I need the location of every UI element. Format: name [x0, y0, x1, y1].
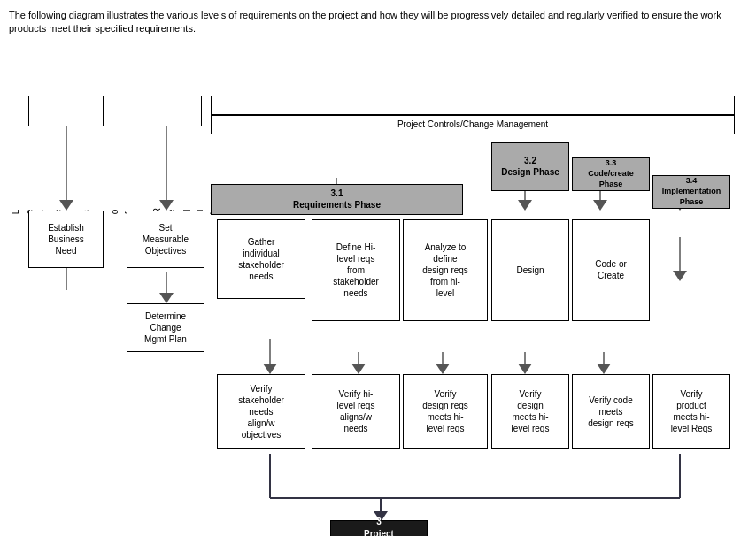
svg-marker-22	[593, 200, 607, 211]
phase33-header: 3.3Code/createPhase	[572, 157, 650, 191]
verify-design-reqs-box: Verifydesign reqsmeets hi-level reqs	[403, 374, 488, 449]
determine-change-box: DetermineChangeMgmt Plan	[127, 303, 204, 352]
gather-stakeholder-box: Gatherindividualstakeholderneeds	[217, 219, 305, 299]
svg-marker-20	[518, 200, 532, 211]
project-execution-scope-box: 3ProjectExecutionScopeVerification	[330, 520, 428, 536]
svg-marker-18	[597, 364, 611, 374]
intro-text: The following diagram illustrates the va…	[9, 9, 747, 36]
verify-hi-level-box: Verify hi-level reqsaligns/wneeds	[312, 374, 400, 449]
project-controls-box: Project Controls/Change Management	[211, 115, 735, 134]
code-create-box: Code orCreate	[572, 219, 650, 321]
phase34-header: 3.4ImplementationPhase	[652, 175, 730, 209]
define-hi-level-box: Define Hi-level reqsfromstakeholderneeds	[312, 219, 400, 321]
diagram: LevelsofRequirements 1ProjectInitiation …	[9, 47, 744, 525]
verify-stakeholder-box: Verifystakeholderneedsalign/wobjectives	[217, 374, 305, 449]
svg-marker-12	[351, 364, 366, 374]
analyze-design-box: Analyze todefinedesign reqsfrom hi-level	[403, 219, 488, 321]
phase2-header: 2Project Planning	[127, 96, 202, 126]
svg-marker-14	[436, 364, 450, 374]
design-box: Design	[491, 219, 569, 321]
establish-business-need-box: EstablishBusinessNeed	[28, 211, 104, 268]
svg-marker-31	[673, 271, 687, 281]
svg-marker-8	[159, 293, 174, 303]
phase32-header: 3.2Design Phase	[491, 142, 569, 191]
phase1-header: 1ProjectInitiation	[28, 96, 104, 126]
svg-marker-16	[518, 364, 532, 374]
set-measurable-objectives-box: SetMeasurableObjectives	[127, 211, 204, 268]
phase31-header: 3.1Requirements Phase	[211, 184, 463, 215]
phase3-header: 3 Project Execution	[211, 96, 735, 115]
verify-code-box: Verify codemeetsdesign reqs	[572, 374, 650, 449]
verify-product-box: Verifyproductmeets hi-level Reqs	[652, 374, 730, 449]
svg-marker-10	[263, 364, 277, 374]
verify-design-meets-box: Verifydesignmeets hi-level reqs	[491, 374, 569, 449]
level-label: LevelsofRequirements	[9, 206, 21, 214]
